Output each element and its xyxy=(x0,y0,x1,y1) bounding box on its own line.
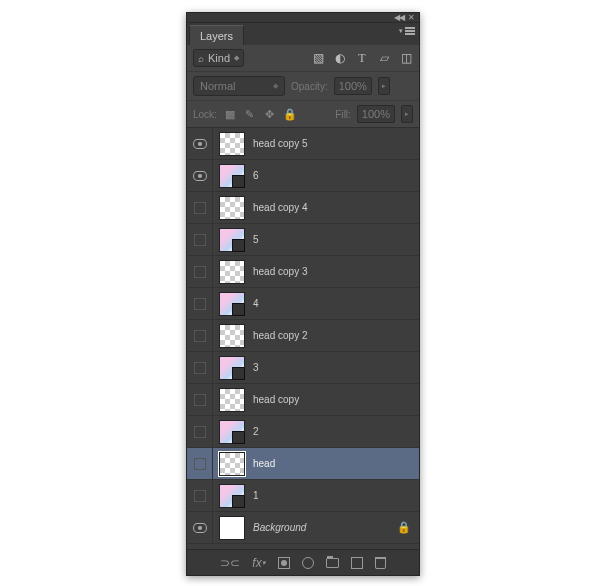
layer-thumbnail[interactable] xyxy=(219,292,245,316)
visibility-toggle[interactable] xyxy=(187,352,213,383)
filter-kind-label: Kind xyxy=(208,52,230,64)
eye-icon xyxy=(193,171,207,181)
filter-shape-icon[interactable]: ▱ xyxy=(377,51,391,65)
layer-row[interactable]: 2 xyxy=(187,416,419,448)
blend-mode-value: Normal xyxy=(200,80,235,92)
visibility-empty-icon xyxy=(194,362,206,374)
tab-layers[interactable]: Layers xyxy=(189,25,244,45)
visibility-toggle[interactable] xyxy=(187,192,213,223)
visibility-toggle[interactable] xyxy=(187,480,213,511)
layer-row[interactable]: head xyxy=(187,448,419,480)
layer-row[interactable]: Background🔒 xyxy=(187,512,419,544)
filter-smart-icon[interactable]: ◫ xyxy=(399,51,413,65)
layer-thumbnail[interactable] xyxy=(219,356,245,380)
layer-name-label[interactable]: head copy xyxy=(251,394,419,405)
layer-row[interactable]: 4 xyxy=(187,288,419,320)
fill-flyout[interactable]: ▸ xyxy=(401,105,413,123)
filter-adjust-icon[interactable]: ◐ xyxy=(333,51,347,65)
new-layer-button[interactable] xyxy=(351,557,363,569)
new-adjustment-button[interactable] xyxy=(302,557,314,569)
link-layers-button[interactable]: ⊃⊂ xyxy=(220,556,240,570)
layer-name-label[interactable]: Background xyxy=(251,522,397,533)
lock-position-icon[interactable]: ✥ xyxy=(263,108,277,121)
layer-name-label[interactable]: head copy 4 xyxy=(251,202,419,213)
layer-name-label[interactable]: head copy 3 xyxy=(251,266,419,277)
bottom-toolbar: ⊃⊂ fx▾ xyxy=(187,549,419,575)
layer-thumbnail[interactable] xyxy=(219,196,245,220)
layer-row[interactable]: head copy 3 xyxy=(187,256,419,288)
layer-row[interactable]: head copy 5 xyxy=(187,128,419,160)
filter-kind-dropdown[interactable]: ⌕ Kind ◆ xyxy=(193,49,244,67)
fill-input[interactable]: 100% xyxy=(357,105,395,123)
fill-value: 100% xyxy=(362,108,390,120)
new-group-button[interactable] xyxy=(326,558,339,568)
layer-list[interactable]: head copy 56head copy 45head copy 34head… xyxy=(187,128,419,549)
layer-name-label[interactable]: 4 xyxy=(251,298,419,309)
filter-pixel-icon[interactable]: ▧ xyxy=(311,51,325,65)
visibility-toggle[interactable] xyxy=(187,512,213,543)
fill-label: Fill: xyxy=(335,109,351,120)
lock-icon: 🔒 xyxy=(397,521,419,534)
tab-label: Layers xyxy=(200,30,233,42)
visibility-empty-icon xyxy=(194,330,206,342)
layer-name-label[interactable]: 1 xyxy=(251,490,419,501)
visibility-empty-icon xyxy=(194,298,206,310)
visibility-toggle[interactable] xyxy=(187,448,213,479)
layer-thumbnail[interactable] xyxy=(219,260,245,284)
opacity-label: Opacity: xyxy=(291,81,328,92)
panel-menu-button[interactable]: ▾ xyxy=(399,27,415,35)
delete-layer-button[interactable] xyxy=(375,557,386,569)
layer-thumbnail[interactable] xyxy=(219,388,245,412)
layer-row[interactable]: head copy 4 xyxy=(187,192,419,224)
lock-pixels-icon[interactable]: ✎ xyxy=(243,108,257,121)
blend-mode-dropdown[interactable]: Normal ◆ xyxy=(193,76,285,96)
layer-thumbnail[interactable] xyxy=(219,132,245,156)
layer-name-label[interactable]: 6 xyxy=(251,170,419,181)
layer-name-label[interactable]: 3 xyxy=(251,362,419,373)
panel-titlebar[interactable]: ◀◀ ✕ xyxy=(187,13,419,23)
visibility-toggle[interactable] xyxy=(187,384,213,415)
layer-row[interactable]: 3 xyxy=(187,352,419,384)
visibility-empty-icon xyxy=(194,426,206,438)
lock-transparent-icon[interactable]: ▩ xyxy=(223,108,237,121)
visibility-toggle[interactable] xyxy=(187,288,213,319)
close-icon[interactable]: ✕ xyxy=(408,13,415,22)
visibility-toggle[interactable] xyxy=(187,224,213,255)
layer-name-label[interactable]: head xyxy=(251,458,419,469)
visibility-empty-icon xyxy=(194,234,206,246)
lock-label: Lock: xyxy=(193,109,217,120)
layer-name-label[interactable]: 2 xyxy=(251,426,419,437)
visibility-toggle[interactable] xyxy=(187,256,213,287)
layer-row[interactable]: 1 xyxy=(187,480,419,512)
eye-icon xyxy=(193,523,207,533)
layer-name-label[interactable]: head copy 5 xyxy=(251,138,419,149)
lock-all-icon[interactable]: 🔒 xyxy=(283,108,297,121)
layer-row[interactable]: 5 xyxy=(187,224,419,256)
layer-name-label[interactable]: 5 xyxy=(251,234,419,245)
layer-thumbnail[interactable] xyxy=(219,484,245,508)
visibility-empty-icon xyxy=(194,202,206,214)
layer-row[interactable]: head copy 2 xyxy=(187,320,419,352)
visibility-toggle[interactable] xyxy=(187,128,213,159)
layer-fx-button[interactable]: fx▾ xyxy=(252,556,265,570)
opacity-input[interactable]: 100% xyxy=(334,77,372,95)
layer-thumbnail[interactable] xyxy=(219,324,245,348)
lock-row: Lock: ▩ ✎ ✥ 🔒 Fill: 100% ▸ xyxy=(187,101,419,128)
visibility-toggle[interactable] xyxy=(187,320,213,351)
layer-row[interactable]: head copy xyxy=(187,384,419,416)
layer-thumbnail[interactable] xyxy=(219,420,245,444)
visibility-toggle[interactable] xyxy=(187,160,213,191)
visibility-toggle[interactable] xyxy=(187,416,213,447)
layer-thumbnail[interactable] xyxy=(219,228,245,252)
layer-thumbnail[interactable] xyxy=(219,164,245,188)
add-mask-button[interactable] xyxy=(278,557,290,569)
layer-thumbnail[interactable] xyxy=(219,516,245,540)
layer-thumbnail[interactable] xyxy=(219,452,245,476)
chevron-icon: ◆ xyxy=(273,82,278,90)
visibility-empty-icon xyxy=(194,458,206,470)
filter-type-icon[interactable]: T xyxy=(355,51,369,65)
opacity-flyout[interactable]: ▸ xyxy=(378,77,390,95)
collapse-icon[interactable]: ◀◀ xyxy=(394,13,404,22)
layer-row[interactable]: 6 xyxy=(187,160,419,192)
layer-name-label[interactable]: head copy 2 xyxy=(251,330,419,341)
